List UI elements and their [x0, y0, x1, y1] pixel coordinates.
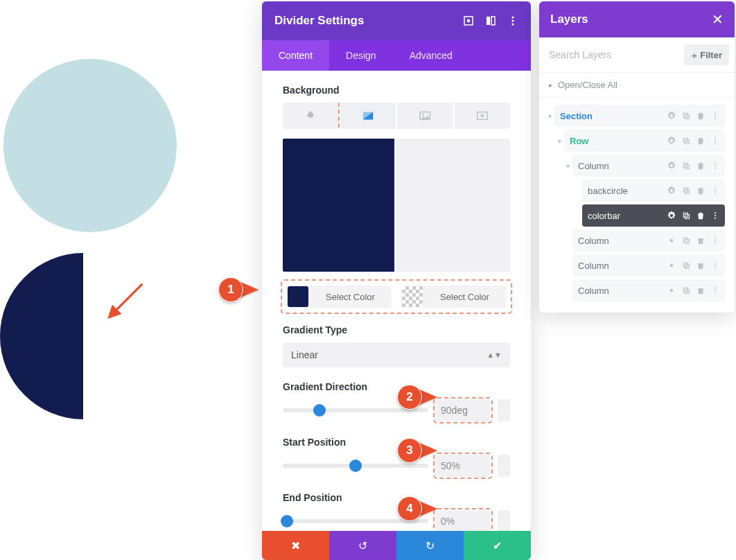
chevron-right-icon: ▸ [549, 81, 552, 89]
trash-icon[interactable] [696, 286, 705, 295]
kebab-icon[interactable] [711, 137, 719, 145]
bg-type-color[interactable] [283, 103, 340, 129]
svg-rect-37 [683, 238, 687, 242]
duplicate-icon[interactable] [682, 186, 690, 195]
start-value[interactable]: 50% [435, 455, 491, 477]
bg-type-gradient[interactable] [340, 103, 398, 129]
kebab-icon[interactable] [711, 236, 719, 245]
end-position-row: 0% [283, 510, 510, 531]
chevron-down-icon[interactable]: ▾ [545, 112, 554, 120]
tree-column-1[interactable]: ▾ Column [563, 155, 729, 177]
trash-icon[interactable] [696, 261, 705, 270]
redo-button[interactable]: ↻ [396, 531, 464, 560]
tree-column-4[interactable]: ▾ Column [563, 279, 729, 301]
gear-icon[interactable] [667, 112, 676, 120]
duplicate-icon[interactable] [682, 286, 690, 295]
snap-icon[interactable] [463, 15, 474, 26]
expand-icon[interactable] [485, 15, 496, 26]
svg-point-45 [715, 265, 716, 266]
kebab-icon[interactable] [711, 261, 719, 270]
save-button[interactable]: ✔ [464, 531, 531, 560]
svg-rect-12 [683, 113, 687, 117]
bg-type-image[interactable] [397, 103, 455, 129]
kebab-icon[interactable] [711, 161, 719, 170]
end-slider-thumb[interactable] [281, 515, 293, 527]
search-input[interactable] [549, 49, 678, 60]
duplicate-icon[interactable] [682, 211, 690, 220]
start-unit-toggle[interactable] [498, 455, 510, 477]
svg-point-49 [715, 287, 716, 288]
gear-icon[interactable] [667, 286, 676, 295]
gradient-type-select[interactable]: Linear ▲▼ [283, 342, 510, 367]
svg-point-26 [715, 168, 716, 169]
direction-slider-thumb[interactable] [313, 404, 326, 417]
duplicate-icon[interactable] [682, 261, 690, 270]
svg-rect-42 [683, 263, 687, 267]
svg-point-35 [715, 215, 716, 216]
tree-column-2[interactable]: ▾ Column [563, 229, 729, 252]
direction-slider[interactable] [283, 408, 428, 412]
color-stop-2[interactable]: Select Color [401, 286, 506, 308]
svg-point-29 [715, 187, 716, 189]
duplicate-icon[interactable] [682, 161, 690, 170]
trash-icon[interactable] [696, 211, 705, 220]
duplicate-icon[interactable] [682, 236, 690, 245]
tree-row[interactable]: ▾ Row [554, 130, 729, 152]
gear-icon[interactable] [667, 161, 676, 170]
direction-unit-toggle[interactable] [498, 399, 510, 421]
kebab-icon[interactable] [711, 186, 719, 195]
chevron-down-icon[interactable]: ▾ [554, 137, 564, 145]
svg-point-19 [715, 137, 716, 139]
tree-section[interactable]: ▾ Section [545, 105, 729, 127]
color-chip-1 [288, 286, 308, 307]
svg-rect-33 [685, 215, 690, 219]
chevron-down-icon[interactable]: ▾ [563, 162, 572, 170]
svg-point-14 [715, 112, 716, 114]
duplicate-icon[interactable] [682, 137, 690, 145]
kebab-icon[interactable] [711, 211, 719, 220]
svg-point-40 [715, 240, 716, 241]
cancel-button[interactable]: ✖ [262, 531, 329, 560]
start-slider-thumb[interactable] [349, 460, 362, 472]
gradient-preview [283, 139, 510, 272]
end-value[interactable]: 0% [435, 510, 491, 531]
filter-button[interactable]: + Filter [684, 44, 729, 65]
start-slider[interactable] [283, 464, 428, 468]
svg-rect-2 [467, 19, 470, 22]
trash-icon[interactable] [696, 236, 705, 245]
bg-type-video[interactable] [455, 103, 511, 129]
color-stop-1[interactable]: Select Color [287, 286, 392, 308]
gear-icon[interactable] [667, 261, 676, 270]
trash-icon[interactable] [696, 112, 705, 120]
svg-rect-13 [685, 115, 690, 119]
settings-panel: Divider Settings Content Design Advanced… [262, 1, 531, 560]
gear-icon[interactable] [667, 236, 676, 245]
gear-icon[interactable] [667, 186, 676, 195]
tab-advanced[interactable]: Advanced [393, 40, 469, 71]
layers-title: Layers [550, 12, 588, 26]
gear-icon[interactable] [667, 137, 676, 145]
end-slider[interactable] [283, 519, 428, 523]
tree-backcircle[interactable]: ▾ backcircle [572, 180, 729, 202]
kebab-icon[interactable] [711, 286, 719, 295]
select-color-2-label: Select Color [423, 292, 506, 302]
trash-icon[interactable] [696, 161, 705, 170]
direction-value[interactable]: 90deg [435, 399, 491, 421]
tree-colorbar[interactable]: ▾ colorbar [572, 204, 729, 227]
tree-column-3[interactable]: ▾ Column [563, 254, 729, 277]
trash-icon[interactable] [696, 186, 705, 195]
close-icon[interactable]: ✕ [712, 11, 724, 28]
trash-icon[interactable] [696, 137, 705, 145]
gear-icon[interactable] [667, 211, 676, 220]
duplicate-icon[interactable] [682, 112, 690, 120]
tab-design[interactable]: Design [329, 40, 393, 71]
open-close-all[interactable]: ▸ Open/Close All [539, 73, 735, 98]
svg-rect-18 [685, 140, 690, 144]
kebab-icon[interactable] [711, 112, 719, 120]
end-position-label: End Position [283, 492, 510, 503]
svg-rect-22 [683, 163, 687, 167]
tab-content[interactable]: Content [262, 40, 329, 71]
undo-button[interactable]: ↺ [329, 531, 396, 560]
kebab-icon[interactable] [507, 15, 518, 26]
end-unit-toggle[interactable] [498, 510, 510, 531]
